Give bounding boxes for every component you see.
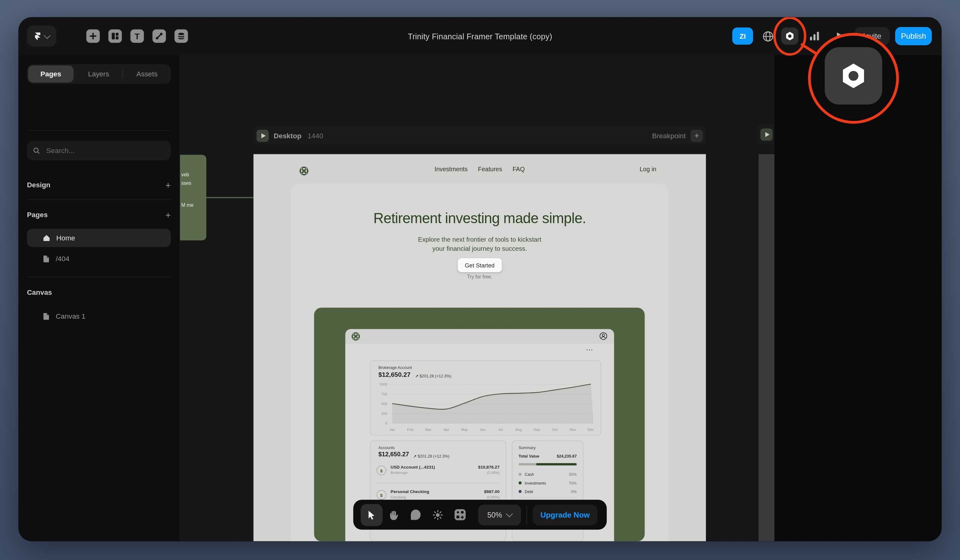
tab-pages[interactable]: Pages <box>28 65 74 83</box>
user-avatar[interactable]: ZI <box>732 28 753 45</box>
desktop-frame[interactable]: Investments Features FAQ Log in Retireme… <box>254 154 706 541</box>
divider <box>27 199 171 200</box>
site-nav: Investments Features FAQ <box>254 166 706 172</box>
accounts-label: Accounts <box>378 445 395 450</box>
desktop-frame-label[interactable]: Desktop 1440 Breakpoint + <box>254 127 706 144</box>
chevron-down-icon <box>506 511 513 517</box>
comment-tool[interactable] <box>405 504 427 526</box>
toolbar-divider <box>526 506 527 524</box>
publish-button[interactable]: Publish <box>895 27 932 45</box>
search-icon <box>33 147 40 154</box>
shapes-icon <box>454 509 466 520</box>
tab-assets[interactable]: Assets <box>124 65 170 83</box>
svg-text:0: 0 <box>385 421 387 425</box>
svg-text:Oct: Oct <box>552 428 558 431</box>
svg-text:Nov: Nov <box>570 428 576 431</box>
account-icon: $ <box>376 466 386 475</box>
search-input[interactable] <box>45 146 165 155</box>
add-page-button[interactable]: + <box>165 210 171 219</box>
globe-button[interactable] <box>760 28 775 45</box>
sidebar-item-canvas-1[interactable]: Canvas 1 <box>27 307 171 325</box>
theme-tool[interactable] <box>427 504 449 526</box>
play-icon <box>835 31 845 41</box>
svg-text:1000: 1000 <box>379 383 387 386</box>
frame-preview-button[interactable] <box>760 129 773 141</box>
investments-dot <box>519 481 522 484</box>
account-row: $ USD Account (...4231) Brokerage $10,87… <box>376 463 499 479</box>
sun-icon <box>432 509 443 520</box>
left-sidebar: Pages Layers Assets Design + Pages + H <box>18 55 179 541</box>
dashboard-topbar <box>346 329 614 344</box>
zoom-dropdown[interactable]: 50% <box>478 504 521 525</box>
hero-title: Retirement investing made simple. <box>291 211 669 227</box>
canvas-toolbar: 50% Upgrade Now <box>353 500 607 530</box>
nav-faq[interactable]: FAQ <box>513 166 525 172</box>
shapes-tool[interactable] <box>449 504 471 526</box>
partial-green-card[interactable]: veb sses M me <box>180 155 206 240</box>
hero-subtitle: Explore the next frontier of tools to ki… <box>291 235 669 253</box>
legend-row-debt: Debt 0% <box>519 487 577 495</box>
legend-row-investments: Investments 70% <box>519 479 577 486</box>
brokerage-chart-card: Brokerage Account $12,650.27 ↗ $201.28 (… <box>370 360 602 435</box>
play-icon <box>765 132 770 137</box>
svg-text:Jan: Jan <box>389 428 395 431</box>
svg-text:May: May <box>461 428 468 431</box>
plugins-button[interactable] <box>781 28 798 45</box>
brokerage-line-chart: 02505007501000JanFebMarAprMayJunJulAugSe… <box>371 361 601 435</box>
sidebar-item-home[interactable]: Home <box>27 229 171 247</box>
upgrade-now-button[interactable]: Upgrade Now <box>533 504 597 525</box>
screenshot-stage: T Trinity Financial Framer Template (cop… <box>0 0 960 560</box>
nav-investments[interactable]: Investments <box>435 166 468 172</box>
svg-text:750: 750 <box>381 392 387 396</box>
search-box[interactable] <box>27 141 171 160</box>
get-started-button[interactable]: Get Started <box>458 258 502 272</box>
row-divider <box>519 497 577 498</box>
svg-text:500: 500 <box>381 402 387 406</box>
sidebar-item-404[interactable]: /404 <box>27 249 171 268</box>
dashboard-menu-dots[interactable]: ... <box>586 345 593 352</box>
account-avatar-icon <box>600 332 607 340</box>
add-design-page-button[interactable]: + <box>165 180 171 189</box>
login-link[interactable]: Log in <box>640 166 656 172</box>
divider <box>27 131 171 131</box>
tab-divider <box>122 70 123 78</box>
second-frame-label[interactable] <box>757 125 775 144</box>
cash-bar-segment <box>519 463 536 466</box>
second-frame-partial[interactable] <box>759 154 775 541</box>
project-title: Trinity Financial Framer Template (copy) <box>18 17 941 55</box>
total-value-row: Total Value $24,235.67 <box>519 454 577 458</box>
add-breakpoint-button[interactable]: + <box>691 129 703 142</box>
summary-label: Summary <box>519 445 536 450</box>
select-tool[interactable] <box>360 504 382 526</box>
accounts-change: ↗ $201.28 (+12.3%) <box>413 454 450 459</box>
preview-button[interactable] <box>833 28 847 45</box>
svg-text:Jun: Jun <box>480 428 486 431</box>
analytics-button[interactable] <box>807 28 822 45</box>
play-icon <box>261 133 266 138</box>
design-section-header: Design + <box>27 179 171 191</box>
tab-layers[interactable]: Layers <box>76 65 121 83</box>
nav-features[interactable]: Features <box>478 166 502 172</box>
svg-text:Feb: Feb <box>407 428 413 431</box>
page-icon <box>43 313 50 320</box>
design-canvas[interactable]: veb sses M me Desktop 1440 Breakpoint + <box>179 55 774 541</box>
svg-text:Dec: Dec <box>587 428 594 431</box>
legend-row-cash: Cash 30% <box>519 471 577 478</box>
cursor-icon <box>367 510 376 520</box>
account-icon: $ <box>376 490 386 500</box>
page-icon <box>43 255 50 262</box>
hand-icon <box>389 509 399 520</box>
frame-preview-button[interactable] <box>257 129 269 142</box>
invite-button[interactable]: Invite <box>854 27 890 45</box>
investments-bar-segment <box>536 463 576 466</box>
dashboard-logo-icon <box>351 332 360 341</box>
right-panel-void <box>774 55 941 541</box>
home-icon <box>43 234 50 241</box>
topbar: T Trinity Financial Framer Template (cop… <box>18 17 941 56</box>
framer-app-window: T Trinity Financial Framer Template (cop… <box>18 17 941 541</box>
globe-icon <box>762 30 773 42</box>
svg-text:250: 250 <box>381 412 387 415</box>
allocation-bar <box>519 463 577 466</box>
svg-text:Sep: Sep <box>533 428 540 431</box>
hand-tool[interactable] <box>383 504 405 526</box>
